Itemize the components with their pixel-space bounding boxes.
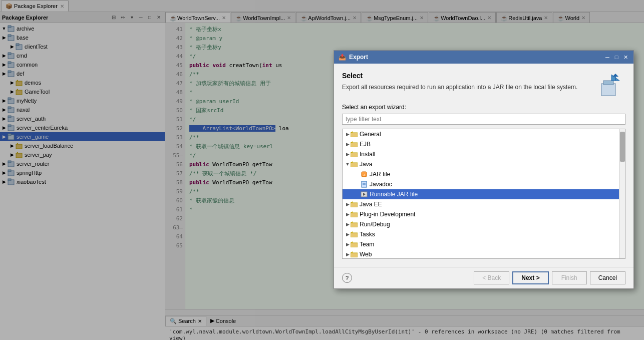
export-item-label: Team	[360, 241, 374, 248]
expand-arrow-icon: ▶	[345, 131, 351, 137]
export-item-label: Java	[360, 161, 372, 168]
expand-arrow-icon: ▶	[345, 211, 351, 217]
export-tree-item-plugindev[interactable]: ▶Plug-in Development	[343, 209, 625, 219]
finish-button[interactable]: Finish	[552, 271, 587, 284]
expand-arrow-icon: ▶	[345, 151, 351, 157]
modal-minimize-btn[interactable]: ─	[603, 53, 611, 61]
export-tree-item-jarfile[interactable]: JJAR file	[343, 169, 625, 179]
expand-arrow-icon: ▶	[345, 221, 351, 227]
svg-marker-40	[612, 74, 618, 77]
help-button[interactable]: ?	[342, 273, 352, 283]
export-item-icon	[351, 151, 358, 158]
export-item-icon	[351, 251, 358, 258]
export-item-icon	[351, 131, 358, 138]
svg-rect-56	[351, 203, 358, 207]
export-tree-item-web[interactable]: ▶Web	[343, 249, 625, 259]
filter-input[interactable]	[342, 114, 625, 125]
export-tree-item-runnablejar[interactable]: Runnable JAR file	[343, 189, 625, 199]
svg-rect-37	[603, 81, 613, 85]
export-tree-view[interactable]: ▶General▶EJB▶Install▼JavaJJAR fileJavado…	[342, 129, 625, 259]
expand-arrow-icon: ▶	[345, 251, 351, 257]
modal-description: Export all resources required to run an …	[342, 84, 577, 91]
export-item-icon	[351, 201, 358, 208]
modal-section-title: Select	[342, 72, 577, 80]
svg-rect-43	[351, 143, 358, 147]
svg-rect-66	[351, 253, 358, 257]
export-tree-item-general[interactable]: ▶General	[343, 129, 625, 139]
export-item-label: General	[360, 131, 381, 138]
tree-scrollbar-thumb[interactable]	[620, 132, 625, 162]
export-item-icon	[351, 221, 358, 228]
export-item-icon	[351, 241, 358, 248]
export-tree-item-tasks[interactable]: ▶Tasks	[343, 229, 625, 239]
export-item-label: Tasks	[360, 231, 375, 238]
svg-rect-58	[351, 213, 358, 217]
export-item-label: Web	[360, 251, 372, 258]
export-item-label: EJB	[360, 141, 371, 148]
expand-arrow-icon	[355, 171, 361, 177]
svg-rect-41	[351, 133, 358, 137]
modal-close-btn[interactable]: ✕	[621, 53, 629, 61]
export-modal: 📤 Export ─ □ ✕ Select Export all resourc…	[334, 50, 634, 289]
modal-overlay: 📤 Export ─ □ ✕ Select Export all resourc…	[0, 0, 644, 340]
modal-titlebar: 📤 Export ─ □ ✕	[334, 51, 633, 64]
export-tree-item-ejb[interactable]: ▶EJB	[343, 139, 625, 149]
export-item-icon: J	[361, 171, 368, 178]
export-tree-item-rundebug[interactable]: ▶Run/Debug	[343, 219, 625, 229]
export-item-label: Javadoc	[370, 181, 392, 188]
next-button[interactable]: Next >	[512, 271, 548, 284]
export-item-label: Install	[360, 151, 375, 158]
svg-rect-64	[351, 243, 358, 247]
expand-arrow-icon: ▶	[345, 231, 351, 237]
export-item-icon	[361, 191, 368, 198]
select-wizard-label: Select an export wizard:	[342, 104, 625, 111]
cancel-button[interactable]: Cancel	[590, 271, 625, 284]
export-item-label: Plug-in Development	[360, 211, 415, 218]
expand-arrow-icon: ▶	[345, 201, 351, 207]
expand-arrow-icon: ▶	[345, 241, 351, 247]
export-item-label: Runnable JAR file	[370, 191, 418, 198]
export-tree-item-java[interactable]: ▼Java	[343, 159, 625, 169]
export-tree-item-javadoc[interactable]: Javadoc	[343, 179, 625, 189]
export-tree-item-install[interactable]: ▶Install	[343, 149, 625, 159]
svg-rect-60	[351, 223, 358, 227]
export-item-icon	[351, 161, 358, 168]
svg-rect-36	[601, 84, 615, 96]
modal-body: Select Export all resources required to …	[334, 64, 633, 267]
export-item-icon	[361, 181, 368, 188]
modal-title: Export	[349, 54, 602, 61]
export-item-label: JAR file	[370, 171, 390, 178]
export-item-label: Java EE	[360, 201, 382, 208]
expand-arrow-icon: ▶	[345, 141, 351, 147]
svg-rect-47	[351, 163, 358, 167]
export-item-icon	[351, 141, 358, 148]
export-icon	[597, 72, 625, 100]
export-title-icon: 📤	[338, 53, 346, 61]
export-item-icon	[351, 211, 358, 218]
modal-footer: ? < Back Next > Finish Cancel	[334, 267, 633, 288]
export-item-icon	[351, 231, 358, 238]
svg-text:J: J	[364, 173, 365, 176]
export-tree-item-javaee[interactable]: ▶Java EE	[343, 199, 625, 209]
export-item-label: Run/Debug	[360, 221, 390, 228]
svg-rect-62	[351, 233, 358, 237]
expand-arrow-icon	[355, 191, 361, 197]
footer-buttons: < Back Next > Finish Cancel	[474, 271, 625, 284]
expand-arrow-icon	[355, 181, 361, 187]
back-button[interactable]: < Back	[474, 271, 509, 284]
modal-maximize-btn[interactable]: □	[612, 53, 620, 61]
svg-rect-45	[351, 153, 358, 157]
expand-arrow-icon: ▼	[345, 161, 351, 167]
export-tree-item-team[interactable]: ▶Team	[343, 239, 625, 249]
